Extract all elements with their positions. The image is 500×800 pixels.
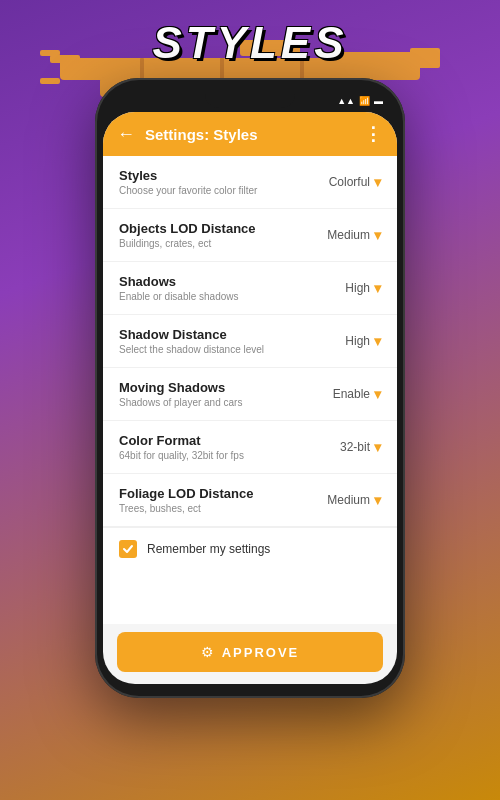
dropdown-arrow-icon[interactable]: ▾: [374, 280, 381, 296]
setting-control[interactable]: High ▾: [311, 333, 381, 349]
dropdown-arrow-icon[interactable]: ▾: [374, 386, 381, 402]
phone-frame: ▲▲ 📶 ▬ ← Settings: Styles ⋮ Styles Choos…: [95, 78, 405, 698]
status-bar-icons: ▲▲ 📶 ▬: [337, 96, 383, 106]
setting-label: Color Format: [119, 433, 311, 448]
signal-icon: ▲▲: [337, 96, 355, 106]
setting-control[interactable]: 32-bit ▾: [311, 439, 381, 455]
setting-text: Foliage LOD Distance Trees, bushes, ect: [119, 486, 311, 514]
setting-text: Color Format 64bit for quality, 32bit fo…: [119, 433, 311, 461]
setting-item-foliage-lod-distance[interactable]: Foliage LOD Distance Trees, bushes, ect …: [103, 474, 397, 527]
setting-text: Shadow Distance Select the shadow distan…: [119, 327, 311, 355]
setting-description: Enable or disable shadows: [119, 291, 311, 302]
setting-label: Moving Shadows: [119, 380, 311, 395]
remember-checkbox[interactable]: [119, 540, 137, 558]
svg-rect-13: [140, 58, 144, 80]
dropdown-arrow-icon[interactable]: ▾: [374, 227, 381, 243]
setting-description: 64bit for quality, 32bit for fps: [119, 450, 311, 461]
setting-item-shadows[interactable]: Shadows Enable or disable shadows High ▾: [103, 262, 397, 315]
dropdown-arrow-icon[interactable]: ▾: [374, 333, 381, 349]
more-button[interactable]: ⋮: [364, 123, 383, 145]
settings-list: Styles Choose your favorite color filter…: [103, 156, 397, 624]
setting-label: Shadows: [119, 274, 311, 289]
dropdown-arrow-icon[interactable]: ▾: [374, 174, 381, 190]
page-title: STYLES: [152, 18, 347, 67]
setting-control[interactable]: Medium ▾: [311, 227, 381, 243]
setting-item-styles[interactable]: Styles Choose your favorite color filter…: [103, 156, 397, 209]
setting-value: High: [345, 281, 370, 295]
setting-label: Objects LOD Distance: [119, 221, 311, 236]
remember-settings-row[interactable]: Remember my settings: [103, 527, 397, 570]
setting-control[interactable]: Medium ▾: [311, 492, 381, 508]
setting-value: High: [345, 334, 370, 348]
setting-item-objects-lod-distance[interactable]: Objects LOD Distance Buildings, crates, …: [103, 209, 397, 262]
setting-value: Enable: [333, 387, 370, 401]
setting-description: Choose your favorite color filter: [119, 185, 311, 196]
setting-item-shadow-distance[interactable]: Shadow Distance Select the shadow distan…: [103, 315, 397, 368]
setting-label: Shadow Distance: [119, 327, 311, 342]
back-button[interactable]: ←: [117, 124, 135, 145]
settings-items-container: Styles Choose your favorite color filter…: [103, 156, 397, 527]
toolbar: ← Settings: Styles ⋮: [103, 112, 397, 156]
setting-text: Shadows Enable or disable shadows: [119, 274, 311, 302]
setting-value: Medium: [327, 228, 370, 242]
setting-control[interactable]: Enable ▾: [311, 386, 381, 402]
setting-description: Trees, bushes, ect: [119, 503, 311, 514]
dropdown-arrow-icon[interactable]: ▾: [374, 492, 381, 508]
setting-value: 32-bit: [340, 440, 370, 454]
setting-description: Select the shadow distance level: [119, 344, 311, 355]
svg-rect-5: [40, 78, 60, 84]
setting-text: Styles Choose your favorite color filter: [119, 168, 311, 196]
svg-rect-2: [410, 48, 440, 68]
setting-label: Styles: [119, 168, 311, 183]
battery-icon: ▬: [374, 96, 383, 106]
approve-label: APPROVE: [222, 645, 300, 660]
setting-control[interactable]: Colorful ▾: [311, 174, 381, 190]
approve-button[interactable]: ⚙ APPROVE: [117, 632, 383, 672]
wifi-icon: 📶: [359, 96, 370, 106]
toolbar-title: Settings: Styles: [145, 126, 354, 143]
setting-description: Buildings, crates, ect: [119, 238, 311, 249]
setting-text: Objects LOD Distance Buildings, crates, …: [119, 221, 311, 249]
svg-rect-4: [40, 50, 60, 56]
page-title-area: STYLES: [152, 18, 347, 68]
setting-description: Shadows of player and cars: [119, 397, 311, 408]
svg-rect-3: [50, 55, 80, 63]
remember-label: Remember my settings: [147, 542, 270, 556]
setting-text: Moving Shadows Shadows of player and car…: [119, 380, 311, 408]
approve-icon: ⚙: [201, 644, 214, 660]
phone-notch: [205, 90, 295, 108]
setting-value: Medium: [327, 493, 370, 507]
phone-screen: ← Settings: Styles ⋮ Styles Choose your …: [103, 112, 397, 684]
setting-label: Foliage LOD Distance: [119, 486, 311, 501]
setting-item-color-format[interactable]: Color Format 64bit for quality, 32bit fo…: [103, 421, 397, 474]
dropdown-arrow-icon[interactable]: ▾: [374, 439, 381, 455]
setting-item-moving-shadows[interactable]: Moving Shadows Shadows of player and car…: [103, 368, 397, 421]
setting-value: Colorful: [329, 175, 370, 189]
setting-control[interactable]: High ▾: [311, 280, 381, 296]
